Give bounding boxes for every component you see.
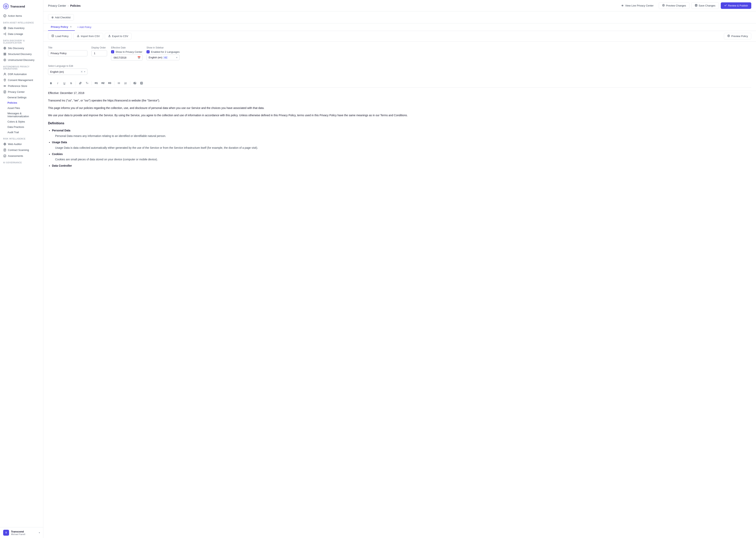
database-icon [3,27,6,29]
text-format-button[interactable]: Tx [84,81,90,86]
edit-language-select[interactable]: English (en) ✕ ▾ [48,69,87,75]
svg-point-28 [118,82,118,83]
sidebar-sub-item-colors-styles[interactable]: Colors & Styles [0,119,43,124]
form-group-sidebar: Show in Sidebar ✓ Enabled for 2 Language… [147,46,179,60]
sidebar-item-unstructured-discovery[interactable]: Unstructured Discovery [0,57,43,63]
add-checklist-button[interactable]: ⊕ Add Checklist [48,14,74,21]
bullet-list-button[interactable] [116,81,122,86]
view-live-button[interactable]: 👁 View Live Privacy Center [618,3,657,9]
show-in-privacy-center-checkbox[interactable]: ✓ Show In Privacy Center [111,50,143,53]
table-button[interactable] [139,81,145,86]
user-name: Transcend [11,530,25,533]
import-icon [77,34,79,38]
title-input[interactable] [48,50,87,56]
breadcrumb-privacy-center[interactable]: Privacy Center [48,4,66,7]
list-item: Data Controller [52,164,751,168]
italic-button[interactable]: I [55,81,61,86]
preview-icon [662,4,665,7]
bold-button[interactable]: B [48,81,54,86]
chevron-down-icon: ▾ [39,531,40,534]
data-inventory-label: Data Inventory [8,27,24,29]
sidebar-item-action-items[interactable]: Action Items [0,13,43,19]
svg-point-12 [4,73,5,74]
contract-scanning-label: Contract Scanning [8,148,29,151]
contract-icon [3,148,6,151]
breadcrumb-separator: › [68,4,69,7]
svg-point-30 [118,83,118,84]
sidebar-item-data-lineage[interactable]: Data Lineage [0,31,43,37]
sidebar-sub-item-policies[interactable]: Policies [0,100,43,105]
svg-rect-24 [695,6,697,6]
sidebar-item-privacy-center[interactable]: Privacy Center [0,89,43,95]
policy-editor: Title Display Order Effective Date ✓ Sho… [43,41,756,176]
sidebar-footer[interactable]: T Transcend Michael Farrell ▾ [0,527,43,538]
link-button[interactable] [77,81,83,86]
language-select[interactable]: English (en) +1 ▾ [147,55,179,60]
save-changes-button[interactable]: Save Changes [691,2,719,9]
content-area: ⊕ Add Checklist Privacy Policy ✕ + Add P… [43,11,756,538]
toolbar-bar: Load Policy Import from CSV Export to CS… [43,31,756,41]
user-email: Michael Farrell [11,533,25,535]
svg-point-20 [662,4,664,7]
web-icon [3,142,6,145]
language-badge: +1 [163,56,168,59]
main-content: Privacy Center › Policies 👁 View Live Pr… [43,0,756,538]
sidebar-item-contract-scanning[interactable]: Contract Scanning [0,147,43,153]
intro2-text: This page informs you of our policies re… [48,106,751,111]
image-button[interactable] [132,81,138,86]
export-csv-button[interactable]: Export to CSV [105,33,131,39]
term-personal-data: Personal Data [52,129,70,132]
h1-button[interactable]: H1 [93,81,99,86]
sidebar-sub-item-asset-files[interactable]: Asset Files [0,105,43,111]
silo-discovery-label: Silo Discovery [8,47,24,50]
preview-policy-button[interactable]: Preview Policy [724,33,751,39]
underline-button[interactable]: U [62,81,67,86]
load-policy-button[interactable]: Load Policy [48,33,72,39]
sidebar-sub-item-messages[interactable]: Messages & Internationalization [0,111,43,119]
import-csv-button[interactable]: Import from CSV [73,33,103,39]
svg-rect-33 [141,82,143,84]
h3-button[interactable]: H3 [107,81,113,86]
eye-icon: 👁 [621,4,624,7]
h2-button[interactable]: H2 [100,81,106,86]
sidebar-item-silo-discovery[interactable]: Silo Discovery [0,45,43,51]
sidebar-sub-item-audit-trail[interactable]: Audit Trail [0,130,43,135]
show-in-sidebar-label: Show in Sidebar [147,46,179,49]
tab-privacy-policy[interactable]: Privacy Policy ✕ [48,24,75,31]
svg-point-26 [728,35,730,37]
svg-rect-8 [4,54,5,55]
enabled-languages-checkbox[interactable]: ✓ Enabled for 2 Languages [147,50,179,53]
sidebar-item-dsr-automation[interactable]: DSR Automation [0,71,43,77]
tab-close-icon[interactable]: ✕ [69,26,72,28]
svg-point-13 [5,80,5,80]
term-usage-data: Usage Data [52,141,67,144]
svg-point-21 [663,5,664,6]
effective-date-input[interactable] [111,55,143,61]
sidebar-item-web-auditor[interactable]: Web Auditor [0,141,43,147]
assessment-icon [3,154,6,157]
title-label: Title [48,46,87,49]
sidebar-item-assessments[interactable]: Assessments [0,153,43,159]
sidebar-item-consent-management[interactable]: Consent Management [0,77,43,83]
action-bar: ⊕ Add Checklist [43,11,756,24]
strikethrough-button[interactable]: S [68,81,74,86]
review-publish-button[interactable]: Review & Publish [721,2,751,9]
publish-icon [724,4,727,7]
tab-add-policy[interactable]: + Add Policy [75,24,93,30]
effective-date-text: Effective: December 17, 2018 [48,91,751,95]
rte-content[interactable]: Effective: December 17, 2018 Transcend I… [48,91,751,168]
lang-edit-close-icon[interactable]: ✕ [80,70,83,73]
preview-changes-button[interactable]: Preview Changes [659,2,689,9]
sidebar-sub-item-data-practices[interactable]: Data Practices [0,124,43,130]
svg-rect-19 [4,155,6,157]
display-order-input[interactable] [91,50,107,56]
rte-toolbar: B I U S Tx H1 H2 H3 [48,79,751,88]
sidebar-item-data-inventory[interactable]: Data Inventory [0,25,43,31]
sidebar-sub-item-general-settings[interactable]: General Settings [0,95,43,100]
section-label-discovery: DATA DISCOVERY & CLASSIFICATION [0,37,43,45]
sidebar-item-preference-store[interactable]: Preference Store [0,83,43,89]
sidebar-item-structured-discovery[interactable]: Structured Discovery [0,51,43,57]
app-name: Transcend [10,5,25,8]
numbered-list-button[interactable] [123,81,128,86]
app-logo[interactable]: Transcend [0,0,43,13]
